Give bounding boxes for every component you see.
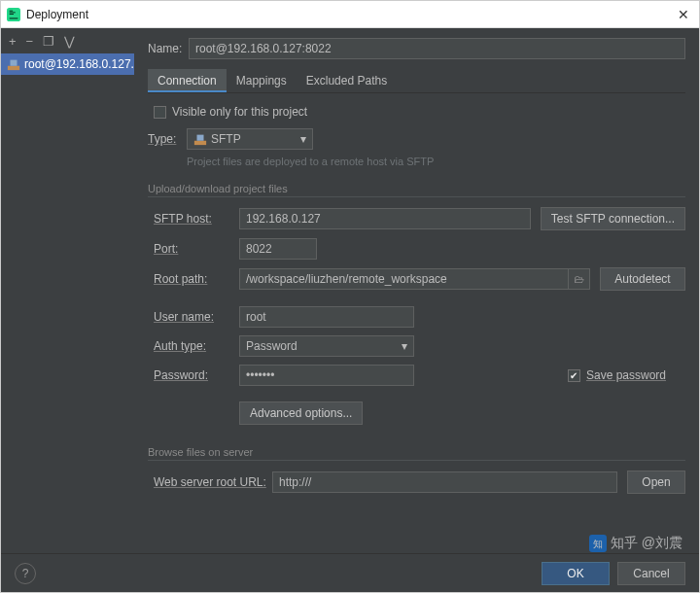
password-input[interactable]: [239, 365, 414, 386]
advanced-options-button[interactable]: Advanced options...: [239, 401, 363, 425]
username-row: User name:: [148, 306, 685, 328]
server-icon: [7, 57, 20, 71]
svg-rect-4: [197, 135, 204, 141]
tab-excluded-paths[interactable]: Excluded Paths: [297, 69, 397, 92]
svg-rect-3: [194, 141, 206, 145]
save-password-label: Save password: [586, 368, 666, 382]
web-url-row: Web server root URL: Open: [148, 471, 685, 494]
ok-button[interactable]: OK: [542, 562, 610, 585]
sftp-host-label: SFTP host:: [154, 212, 239, 226]
copy-icon[interactable]: ❐: [43, 35, 54, 48]
auth-type-row: Auth type: Password ▾: [148, 335, 685, 357]
advanced-row: Advanced options...: [148, 401, 685, 425]
web-url-label: Web server root URL:: [154, 475, 272, 489]
port-row: Port:: [148, 238, 685, 260]
cancel-button[interactable]: Cancel: [617, 562, 685, 585]
deployment-window: Deployment ✕ + − ❐ ⋁ root@192.168.0.127.…: [0, 0, 700, 593]
add-icon[interactable]: +: [9, 35, 17, 48]
autodetect-button[interactable]: Autodetect: [600, 267, 685, 291]
titlebar: Deployment ✕: [1, 1, 699, 28]
password-row: Password: ✔ Save password: [148, 365, 685, 386]
tabs: Connection Mappings Excluded Paths: [148, 69, 685, 93]
visible-only-label: Visible only for this project: [172, 105, 307, 119]
tab-connection[interactable]: Connection: [148, 69, 227, 92]
main-panel: Name: Connection Mappings Excluded Paths…: [134, 28, 699, 553]
content: + − ❐ ⋁ root@192.168.0.127... Name: Conn…: [1, 28, 699, 553]
type-label: Type:: [148, 132, 187, 146]
section-browse: Browse files on server: [148, 446, 685, 461]
auth-type-combo[interactable]: Password ▾: [239, 335, 414, 357]
root-path-row: Root path: 🗁 Autodetect: [148, 267, 685, 291]
server-tree: root@192.168.0.127...: [1, 53, 134, 553]
type-help: Project files are deployed to a remote h…: [187, 156, 685, 167]
visible-only-row: Visible only for this project: [154, 105, 685, 119]
auth-type-label: Auth type:: [154, 339, 239, 353]
username-label: User name:: [154, 310, 239, 324]
test-connection-button[interactable]: Test SFTP connection...: [541, 207, 685, 230]
web-url-input[interactable]: [272, 471, 617, 493]
auth-type-value: Password: [246, 339, 298, 353]
sftp-host-row: SFTP host: Test SFTP connection...: [148, 207, 685, 230]
help-icon[interactable]: ?: [15, 563, 36, 584]
chevron-down-icon: ▾: [300, 132, 306, 146]
sftp-icon: [193, 132, 207, 146]
save-password-checkbox[interactable]: ✔: [568, 369, 580, 382]
type-value: SFTP: [211, 132, 241, 146]
chevron-down-icon: ▾: [402, 339, 407, 353]
tab-mappings[interactable]: Mappings: [227, 69, 297, 92]
name-input[interactable]: [189, 38, 685, 59]
app-icon: [7, 8, 20, 21]
bottom-bar: ? OK Cancel: [1, 553, 699, 592]
type-combo[interactable]: SFTP ▾: [187, 128, 313, 150]
open-button[interactable]: Open: [627, 471, 685, 494]
name-row: Name:: [148, 38, 685, 59]
svg-rect-1: [8, 66, 19, 70]
server-item-label: root@192.168.0.127...: [24, 57, 134, 71]
visible-only-checkbox[interactable]: [154, 106, 166, 119]
root-path-label: Root path:: [154, 272, 239, 286]
username-input[interactable]: [239, 306, 414, 328]
window-title: Deployment: [26, 8, 674, 21]
type-row: Type: SFTP ▾: [148, 128, 685, 150]
server-item[interactable]: root@192.168.0.127...: [1, 53, 134, 75]
section-upload: Upload/download project files: [148, 183, 685, 197]
port-label: Port:: [154, 242, 239, 256]
password-label: Password:: [154, 368, 239, 382]
sidebar: + − ❐ ⋁ root@192.168.0.127...: [1, 28, 134, 553]
browse-folder-icon[interactable]: 🗁: [569, 268, 590, 290]
remove-icon[interactable]: −: [26, 35, 34, 48]
root-path-input[interactable]: [239, 268, 569, 290]
toggle-icon[interactable]: ⋁: [64, 35, 75, 48]
name-label: Name:: [148, 42, 189, 55]
sidebar-toolbar: + − ❐ ⋁: [1, 28, 134, 53]
svg-rect-2: [11, 60, 18, 66]
close-icon[interactable]: ✕: [674, 7, 693, 22]
sftp-host-input[interactable]: [239, 208, 531, 229]
port-input[interactable]: [239, 238, 317, 260]
